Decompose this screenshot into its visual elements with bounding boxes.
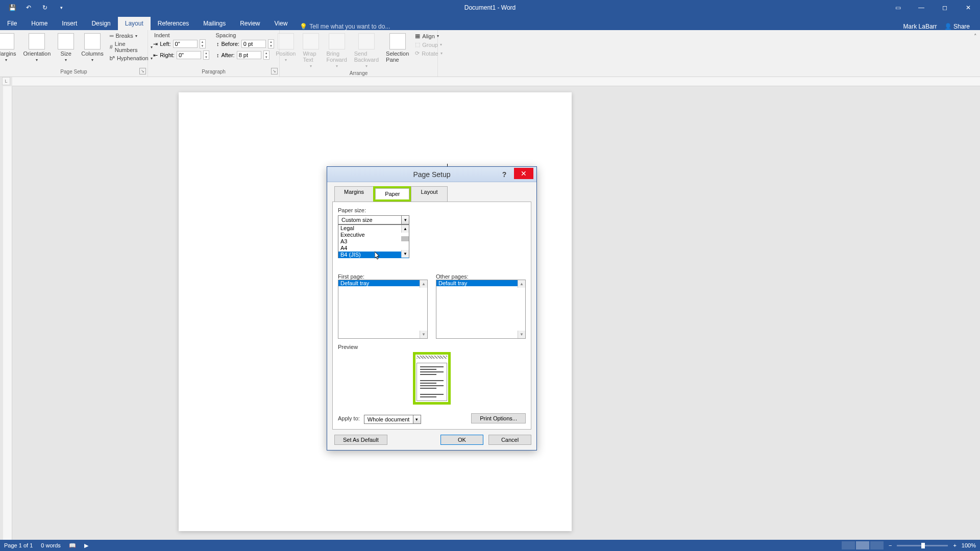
- tab-mailings[interactable]: Mailings: [196, 17, 233, 30]
- scroll-down-icon[interactable]: ▼: [401, 250, 409, 258]
- scroll-up-icon[interactable]: ▲: [420, 280, 427, 288]
- margins-button[interactable]: Margins▾: [0, 32, 18, 63]
- cancel-button[interactable]: Cancel: [488, 435, 531, 445]
- word-count[interactable]: 0 words: [41, 542, 61, 548]
- group-label-page-setup: Page Setup: [60, 68, 87, 77]
- size-button[interactable]: Size▾: [56, 32, 76, 63]
- tab-references[interactable]: References: [151, 17, 196, 30]
- apply-to-combobox[interactable]: Whole document ▾: [364, 415, 421, 424]
- user-name[interactable]: Mark LaBarr: [903, 23, 937, 30]
- indent-left-input[interactable]: [173, 40, 198, 48]
- collapse-ribbon-icon[interactable]: ˄: [974, 33, 977, 40]
- highlight-preview: [413, 352, 451, 405]
- save-icon[interactable]: 💾: [8, 4, 16, 12]
- tab-layout[interactable]: Layout: [118, 17, 151, 30]
- titlebar: 💾 ↶ ↻ ▾ Document1 - Word ▭ — ◻ ✕: [0, 0, 980, 15]
- scroll-up-icon[interactable]: ▲: [401, 225, 409, 233]
- paper-option-b4jis[interactable]: B4 (JIS): [338, 252, 409, 258]
- lightbulb-icon: 💡: [300, 23, 307, 30]
- scroll-down-icon[interactable]: ▼: [420, 331, 427, 338]
- close-icon[interactable]: ✕: [957, 0, 980, 15]
- other-pages-listbox[interactable]: Default tray ▲ ▼: [436, 280, 526, 339]
- position-label: Position: [276, 51, 296, 57]
- minimize-icon[interactable]: —: [910, 0, 933, 15]
- zoom-level[interactable]: 100%: [962, 542, 976, 548]
- paper-option-executive[interactable]: Executive: [338, 232, 409, 238]
- paper-option-a3[interactable]: A3: [338, 238, 409, 245]
- qat-customize-icon[interactable]: ▾: [57, 4, 65, 12]
- spacing-before-field[interactable]: ↕Before:▲▼: [216, 39, 274, 48]
- maximize-icon[interactable]: ◻: [933, 0, 957, 15]
- paper-size-value: Custom size: [338, 215, 401, 224]
- horizontal-ruler[interactable]: [12, 77, 980, 86]
- tab-file[interactable]: File: [0, 17, 24, 30]
- dialog-titlebar[interactable]: Page Setup ? ✕: [327, 167, 536, 182]
- page-setup-launcher-icon[interactable]: ↘: [139, 68, 146, 74]
- scroll-up-icon[interactable]: ▲: [518, 280, 525, 288]
- tab-insert[interactable]: Insert: [55, 17, 84, 30]
- line-numbers-button[interactable]: #Line Numbers ▾: [109, 40, 154, 54]
- preview-page-icon: [416, 363, 447, 401]
- columns-label: Columns: [81, 51, 103, 57]
- breaks-button[interactable]: ═Breaks ▾: [109, 32, 154, 39]
- zoom-slider[interactable]: [897, 545, 948, 546]
- ok-button[interactable]: OK: [440, 435, 483, 445]
- size-label: Size: [61, 51, 71, 57]
- indent-right-input[interactable]: [177, 51, 201, 59]
- redo-icon[interactable]: ↻: [41, 4, 49, 12]
- zoom-in-icon[interactable]: +: [953, 542, 956, 548]
- spellcheck-icon[interactable]: 📖: [69, 542, 76, 549]
- align-button[interactable]: ▦Align ▾: [414, 32, 443, 40]
- tab-view[interactable]: View: [267, 17, 295, 30]
- vertical-ruler[interactable]: [3, 86, 12, 551]
- print-options-button[interactable]: Print Options...: [471, 413, 526, 423]
- rotate-label: Rotate: [422, 51, 438, 57]
- chevron-down-icon[interactable]: ▾: [413, 415, 421, 424]
- set-default-button[interactable]: Set As Default: [334, 435, 387, 445]
- zoom-out-icon[interactable]: −: [889, 542, 892, 548]
- hyphenation-button[interactable]: bªHyphenation ▾: [109, 55, 154, 62]
- dialog-close-icon[interactable]: ✕: [514, 168, 533, 179]
- indent-left-field[interactable]: ⇥Left:▲▼: [153, 39, 209, 48]
- tab-design[interactable]: Design: [84, 17, 117, 30]
- breaks-icon: ═: [110, 33, 114, 39]
- other-pages-selected: Default tray: [436, 280, 525, 286]
- bring-label: Bring Forward: [326, 51, 347, 63]
- web-layout-icon[interactable]: [870, 541, 884, 549]
- spacing-after-input[interactable]: [237, 51, 261, 59]
- tab-selector-icon[interactable]: L: [2, 77, 10, 85]
- dialog-tab-layout[interactable]: Layout: [411, 186, 447, 202]
- first-page-label: First page:: [338, 273, 428, 280]
- paper-size-label: Paper size:: [338, 207, 526, 213]
- print-layout-icon[interactable]: [856, 541, 869, 549]
- dialog-tab-margins[interactable]: Margins: [334, 186, 374, 202]
- tell-me-search[interactable]: 💡 Tell me what you want to do...: [295, 23, 395, 30]
- paper-size-dropdown[interactable]: Legal Executive A3 A4 B4 (JIS) ▲ ▼: [338, 224, 409, 258]
- columns-button[interactable]: Columns▾: [79, 32, 105, 63]
- ribbon: Margins▾ Orientation▾ Size▾ Columns▾ ═Br…: [0, 30, 980, 77]
- wrap-label: Wrap Text: [303, 51, 319, 63]
- paper-size-combobox[interactable]: Custom size ▾: [338, 215, 409, 224]
- selection-pane-button[interactable]: Selection Pane: [384, 32, 411, 64]
- page-indicator[interactable]: Page 1 of 1: [4, 542, 33, 548]
- paper-option-legal[interactable]: Legal: [338, 225, 409, 232]
- spacing-after-field[interactable]: ↕After:▲▼: [216, 51, 274, 60]
- share-button[interactable]: 👤 Share: [944, 23, 970, 30]
- read-mode-icon[interactable]: [842, 541, 855, 549]
- macro-icon[interactable]: ▶: [84, 542, 88, 549]
- dialog-tab-paper[interactable]: Paper: [375, 188, 409, 199]
- chevron-down-icon[interactable]: ▾: [401, 215, 409, 224]
- indent-right-field[interactable]: ⇤Right:▲▼: [153, 51, 209, 60]
- dialog-help-icon[interactable]: ?: [497, 169, 512, 180]
- tab-review[interactable]: Review: [233, 17, 267, 30]
- ribbon-display-icon[interactable]: ▭: [886, 0, 910, 15]
- spacing-before-input[interactable]: [241, 40, 266, 48]
- orientation-button[interactable]: Orientation▾: [21, 32, 53, 63]
- paper-option-a4[interactable]: A4: [338, 245, 409, 252]
- tab-home[interactable]: Home: [24, 17, 55, 30]
- undo-icon[interactable]: ↶: [24, 4, 33, 12]
- dialog-buttons: Set As Default OK Cancel: [327, 435, 536, 450]
- scroll-thumb[interactable]: [401, 236, 409, 241]
- scroll-down-icon[interactable]: ▼: [518, 331, 525, 338]
- first-page-listbox[interactable]: Default tray ▲ ▼: [338, 280, 428, 339]
